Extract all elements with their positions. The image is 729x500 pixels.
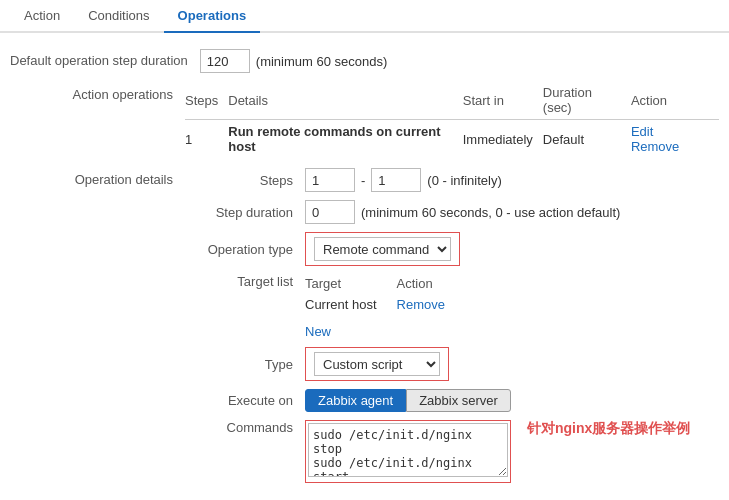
target-col-action: Action [397,274,465,295]
step-duration-value-group: (minimum 60 seconds, 0 - use action defa… [305,200,620,224]
operations-table: Steps Details Start in Duration (sec) Ac… [185,83,719,158]
op-type-row: Operation type Remote command Send messa… [185,232,690,266]
col-steps: Steps [185,83,228,120]
remove-link[interactable]: Remove [631,139,679,154]
target-list-content: Target Action Current host Remove [305,274,465,339]
operations-form: Default operation step duration (minimum… [0,49,729,491]
step-duration-input[interactable] [305,200,355,224]
target-col-target: Target [305,274,397,295]
target-list-row: Target list Target Action Current host [185,274,690,339]
execute-on-toggle: Zabbix agent Zabbix server [305,389,511,412]
col-duration: Duration (sec) [543,83,631,120]
op-details-row: Operation details Steps - (0 - infinitel… [10,168,719,491]
table-row: 1 Run remote commands on current host Im… [185,120,719,159]
step-duration-label: Step duration [185,205,305,220]
default-duration-value-group: (minimum 60 seconds) [200,49,388,73]
steps-from-input[interactable] [305,168,355,192]
step-duration-row: Step duration (minimum 60 seconds, 0 - u… [185,200,690,224]
target-value: Current host [305,295,397,314]
row-duration: Default [543,120,631,159]
row-details: Run remote commands on current host [228,120,462,159]
steps-row: Steps - (0 - infinitely) [185,168,690,192]
tab-conditions[interactable]: Conditions [74,0,163,33]
steps-dash: - [361,173,365,188]
default-duration-input[interactable] [200,49,250,73]
target-table: Target Action Current host Remove [305,274,465,314]
target-list-label: Target list [185,274,305,289]
execute-on-label: Execute on [185,393,305,408]
col-action: Action [631,83,719,120]
steps-label: Steps [185,173,305,188]
op-type-highlighted: Remote command Send message [305,232,460,266]
target-new-link[interactable]: New [305,324,331,339]
op-type-select[interactable]: Remote command Send message [314,237,451,261]
op-type-value-group: Remote command Send message [305,232,460,266]
action-operations-row: Action operations Steps Details Start in… [10,83,719,158]
step-duration-hint: (minimum 60 seconds, 0 - use action defa… [361,205,620,220]
type-highlighted: Custom script IPMI command SSH command T… [305,347,449,381]
default-duration-label: Default operation step duration [10,49,200,68]
execute-on-agent-btn[interactable]: Zabbix agent [305,389,406,412]
tab-operations[interactable]: Operations [164,0,261,33]
commands-value-group: sudo /etc/init.d/nginx stop sudo /etc/in… [305,420,690,483]
execute-on-value-group: Zabbix agent Zabbix server [305,389,511,412]
op-details-label: Operation details [10,168,185,187]
commands-highlight-box: sudo /etc/init.d/nginx stop sudo /etc/in… [305,420,511,483]
commands-annotation: 针对nginx服务器操作举例 [527,420,690,438]
tab-bar: Action Conditions Operations [0,0,729,33]
ops-table-header-row: Steps Details Start in Duration (sec) Ac… [185,83,719,120]
steps-to-input[interactable] [371,168,421,192]
col-startin: Start in [463,83,543,120]
type-select[interactable]: Custom script IPMI command SSH command T… [314,352,440,376]
default-duration-hint: (minimum 60 seconds) [256,54,388,69]
row-startin: Immediately [463,120,543,159]
commands-textarea[interactable]: sudo /etc/init.d/nginx stop sudo /etc/in… [308,423,508,477]
type-row: Type Custom script IPMI command SSH comm… [185,347,690,381]
default-duration-row: Default operation step duration (minimum… [10,49,719,73]
action-operations-label: Action operations [10,83,185,102]
steps-hint: (0 - infinitely) [427,173,501,188]
commands-label: Commands [185,420,305,435]
op-details-content: Steps - (0 - infinitely) Step duration (… [185,168,690,491]
row-step: 1 [185,120,228,159]
commands-row: Commands sudo /etc/init.d/nginx stop sud… [185,420,690,483]
action-operations-table-container: Steps Details Start in Duration (sec) Ac… [185,83,719,158]
type-value-group: Custom script IPMI command SSH command T… [305,347,449,381]
execute-on-server-btn[interactable]: Zabbix server [406,389,511,412]
execute-on-row: Execute on Zabbix agent Zabbix server [185,389,690,412]
target-remove-link[interactable]: Remove [397,297,445,312]
type-label: Type [185,357,305,372]
edit-link[interactable]: Edit [631,124,653,139]
target-remove-cell: Remove [397,295,465,314]
target-row: Current host Remove [305,295,465,314]
row-actions: Edit Remove [631,120,719,159]
op-type-label: Operation type [185,242,305,257]
tab-action[interactable]: Action [10,0,74,33]
steps-value-group: - (0 - infinitely) [305,168,502,192]
target-header-row: Target Action [305,274,465,295]
col-details: Details [228,83,462,120]
